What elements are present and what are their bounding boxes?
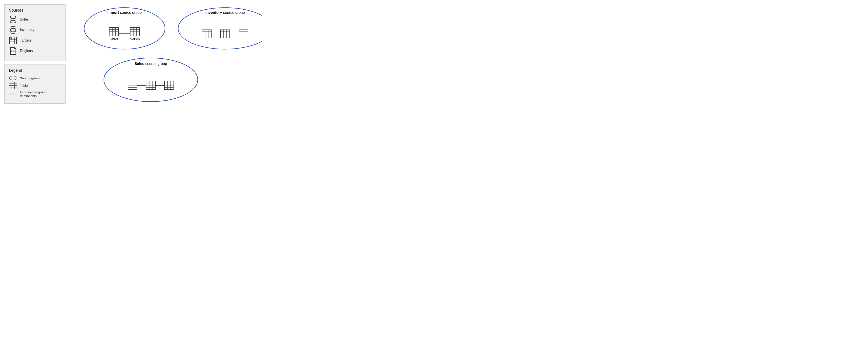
source-item-targets: X Targets — [9, 36, 61, 44]
sales-connector-2 — [156, 85, 164, 86]
legend-box: Legend Source group — [4, 64, 66, 104]
svg-point-1 — [10, 21, 16, 23]
table-icon — [202, 30, 212, 38]
sources-box: Sources Sales — [4, 4, 66, 61]
source-item-regions: CSV Regions — [9, 47, 61, 55]
import-table-regions: Regions — [130, 27, 140, 40]
table-icon — [239, 30, 248, 38]
table-icon — [220, 30, 230, 38]
table-legend-icon — [9, 83, 17, 88]
source-item-inventory: Inventory — [9, 26, 61, 34]
svg-point-16 — [9, 76, 17, 80]
legend-item-relationship: Intra source group relationship — [9, 90, 61, 98]
table-icon — [164, 81, 174, 90]
table-icon — [146, 81, 156, 90]
database-icon-sales — [9, 15, 17, 24]
svg-point-5 — [10, 29, 16, 31]
legend-label-source-group: Source group — [20, 76, 39, 80]
table-icon — [130, 27, 140, 36]
inventory-group-container: Inventory source group — [177, 6, 262, 50]
source-label-inventory: Inventory — [20, 28, 34, 32]
excel-icon-targets: X — [9, 36, 17, 44]
import-table-targets-label: Targets — [109, 37, 119, 40]
import-group-title: Import source group — [107, 10, 142, 15]
svg-point-0 — [10, 16, 16, 18]
sales-group-content — [128, 81, 174, 90]
import-table-regions-label: Regions — [130, 37, 140, 40]
sales-group-container: Sales source group — [103, 57, 199, 103]
table-icon — [128, 81, 137, 90]
legend-item-source-group: Source group — [9, 75, 61, 81]
table-icon — [109, 27, 119, 36]
svg-text:X: X — [10, 37, 12, 39]
import-connector — [119, 33, 130, 34]
import-table-targets: Targets — [109, 27, 119, 40]
svg-text:CSV: CSV — [11, 51, 15, 53]
sales-group-title: Sales source group — [135, 62, 167, 66]
svg-point-3 — [10, 27, 16, 29]
legend-title: Legend — [9, 68, 61, 73]
source-label-targets: Targets — [20, 38, 31, 42]
left-panel: Sources Sales — [4, 4, 66, 105]
legend-label-table: Table — [20, 84, 28, 88]
source-label-sales: Sales — [20, 18, 29, 22]
sources-title: Sources — [9, 8, 61, 13]
source-label-regions: Regions — [20, 49, 33, 53]
legend-label-relationship: Intra source group relationship — [20, 90, 61, 98]
diagram-area: Import source group Targets — [74, 4, 258, 105]
source-item-sales: Sales — [9, 15, 61, 24]
database-icon-inventory — [9, 26, 17, 34]
inventory-connector-1 — [212, 34, 220, 34]
svg-point-4 — [10, 31, 16, 33]
svg-point-2 — [10, 18, 16, 21]
csv-icon-regions: CSV — [9, 47, 17, 55]
legend-item-table: Table — [9, 83, 61, 88]
ellipse-legend-icon — [9, 75, 17, 81]
line-legend-icon — [9, 91, 17, 97]
sales-connector-1 — [137, 85, 146, 86]
inventory-group-content — [202, 30, 248, 38]
import-group-container: Import source group Targets — [83, 6, 166, 50]
import-group-content: Targets Regions — [109, 27, 140, 40]
inventory-connector-2 — [230, 34, 239, 34]
inventory-group-title: Inventory source group — [206, 10, 245, 15]
